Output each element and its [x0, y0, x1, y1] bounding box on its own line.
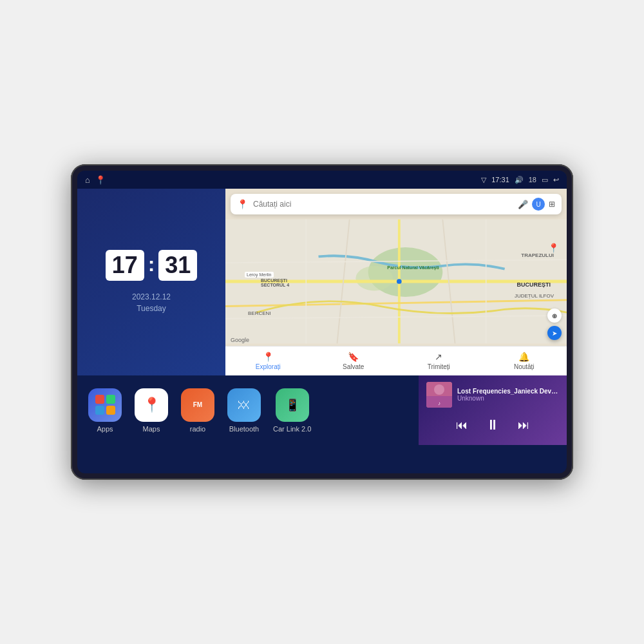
bluetooth-symbol-icon: ⯵	[238, 397, 251, 412]
clock-hours-block: 17	[106, 250, 144, 281]
back-icon[interactable]: ↩	[553, 176, 559, 184]
map-label-bucuresti: BUCUREȘTI	[516, 281, 551, 288]
music-info: Lost Frequencies_Janieck Devy-... Unknow…	[457, 388, 559, 402]
map-layer-icon[interactable]: ⊞	[549, 200, 555, 209]
music-next-button[interactable]: ⏭	[515, 416, 532, 435]
apps-dot-3	[95, 406, 104, 415]
map-panel[interactable]: 📍 Căutați aici 🎤 U ⊞	[225, 189, 567, 375]
carlink-app-icon: 📱	[276, 388, 309, 422]
bluetooth-label: Bluetooth	[229, 425, 259, 433]
map-label-berceni: BERCENI	[248, 310, 271, 316]
google-logo: Google	[231, 337, 249, 343]
home-icon[interactable]: ⌂	[85, 175, 90, 185]
map-label-leroy: Leroy Merlin	[245, 272, 274, 278]
music-top: ♪ Lost Frequencies_Janieck Devy-... Unkn…	[426, 382, 559, 408]
radio-label: radio	[190, 425, 205, 433]
album-art-svg: ♪	[426, 382, 452, 408]
map-mic-icon[interactable]: 🎤	[518, 200, 528, 209]
apps-dot-4	[106, 406, 115, 415]
clock-minutes-block: 31	[158, 250, 197, 281]
map-nav-news-label: Noutăți	[514, 363, 535, 370]
map-nav-explore[interactable]: 📍 Explorați	[225, 352, 311, 370]
apps-icon-grid	[91, 391, 119, 419]
clock-date-line1: 2023.12.12	[132, 291, 171, 303]
clock-hours: 17	[112, 254, 138, 277]
top-section: 17 : 31 2023.12.12 Tuesday	[77, 189, 567, 375]
music-panel: ♪ Lost Frequencies_Janieck Devy-... Unkn…	[419, 375, 567, 445]
svg-point-14	[434, 384, 444, 395]
svg-text:♪: ♪	[438, 401, 440, 406]
status-bar: ⌂ 📍 ▽ 17:31 🔊 18 ▭ ↩	[77, 171, 567, 189]
apps-icon	[88, 388, 122, 422]
status-time: 17:31	[491, 176, 509, 184]
map-label-ilfov: JUDEȚUL ILFOV	[515, 293, 554, 299]
app-grid: Apps 📍 Maps FM radio	[77, 375, 419, 445]
bottom-section: Apps 📍 Maps FM radio	[77, 375, 567, 445]
map-label-sector4: BUCUREȘTISECTORUL 4	[261, 278, 289, 287]
map-canvas: TRAPEZULUI BUCUREȘTI JUDEȚUL ILFOV BERCE…	[225, 217, 567, 346]
app-item-maps[interactable]: 📍 Maps	[134, 388, 169, 433]
app-item-bluetooth[interactable]: ⯵ Bluetooth	[227, 388, 261, 433]
screen: ⌂ 📍 ▽ 17:31 🔊 18 ▭ ↩ 17	[77, 171, 567, 473]
map-nav-share[interactable]: ↗ Trimiteți	[396, 352, 482, 370]
map-nav-explore-label: Explorați	[256, 363, 281, 370]
maps-pin-icon: 📍	[143, 397, 160, 413]
clock-minutes: 31	[165, 254, 191, 277]
music-artist: Unknown	[457, 395, 559, 402]
maps-label: Maps	[143, 425, 160, 433]
map-nav-share-icon: ↗	[435, 352, 442, 362]
music-album-art: ♪	[426, 382, 452, 408]
map-nav-saved[interactable]: 🔖 Salvate	[311, 352, 397, 370]
maps-nav-icon[interactable]: 📍	[95, 175, 106, 185]
apps-dot-2	[106, 395, 115, 404]
clock-date-line2: Tuesday	[132, 303, 171, 314]
radio-fm-icon: FM	[193, 402, 202, 408]
map-nav-news-icon: 🔔	[518, 352, 529, 362]
clock-date: 2023.12.12 Tuesday	[132, 291, 171, 314]
app-item-radio[interactable]: FM radio	[180, 388, 215, 433]
maps-app-icon: 📍	[135, 388, 168, 422]
main-area: 17 : 31 2023.12.12 Tuesday	[77, 189, 567, 473]
map-compass-btn[interactable]: ⊕	[547, 308, 562, 323]
map-label-parcul: Parcul Natural Văcărești	[387, 265, 439, 270]
carlink-label: Car Link 2.0	[273, 425, 311, 433]
music-prev-button[interactable]: ⏮	[453, 416, 470, 435]
map-label-trapezului: TRAPEZULUI	[521, 252, 554, 258]
map-nav-share-label: Trimiteți	[428, 363, 450, 370]
map-search-placeholder[interactable]: Căutați aici	[253, 200, 513, 209]
status-right-icons: ▽ 17:31 🔊 18 ▭ ↩	[481, 176, 559, 184]
clock-colon: :	[148, 252, 155, 276]
map-user-avatar[interactable]: U	[532, 198, 545, 211]
maps-logo-icon: 📍	[237, 199, 248, 209]
map-bottom-nav: 📍 Explorați 🔖 Salvate ↗ Trimiteți 🔔	[225, 346, 567, 375]
app-item-apps[interactable]: Apps	[88, 388, 122, 433]
car-head-unit: ⌂ 📍 ▽ 17:31 🔊 18 ▭ ↩ 17	[71, 164, 573, 480]
svg-point-12	[397, 279, 402, 284]
volume-icon: 🔊	[515, 176, 524, 184]
radio-app-icon: FM	[181, 388, 214, 422]
map-nav-saved-label: Salvate	[343, 363, 364, 370]
battery-icon: ▭	[542, 176, 548, 184]
status-left-icons: ⌂ 📍	[85, 175, 106, 185]
music-title: Lost Frequencies_Janieck Devy-...	[457, 388, 559, 395]
carlink-inner-icon: 📱	[285, 398, 299, 412]
music-controls: ⏮ ⏸ ⏭	[426, 414, 559, 436]
music-play-button[interactable]: ⏸	[483, 414, 502, 436]
map-nav-explore-icon: 📍	[263, 352, 274, 362]
signal-icon: ▽	[481, 176, 486, 184]
apps-dot-1	[95, 395, 104, 404]
map-red-pin: 📍	[548, 243, 559, 253]
map-nav-saved-icon: 🔖	[348, 352, 359, 362]
map-nav-news[interactable]: 🔔 Noutăți	[482, 352, 567, 370]
bluetooth-app-icon: ⯵	[227, 388, 261, 422]
map-navigate-btn[interactable]: ➤	[547, 326, 562, 340]
volume-level: 18	[529, 176, 536, 184]
map-search-bar[interactable]: 📍 Căutați aici 🎤 U ⊞	[231, 194, 562, 214]
clock-panel: 17 : 31 2023.12.12 Tuesday	[77, 189, 225, 375]
app-item-carlink[interactable]: 📱 Car Link 2.0	[273, 388, 311, 433]
map-search-right: 🎤 U ⊞	[518, 198, 555, 211]
apps-label: Apps	[97, 425, 113, 433]
clock-display: 17 : 31	[106, 250, 198, 281]
